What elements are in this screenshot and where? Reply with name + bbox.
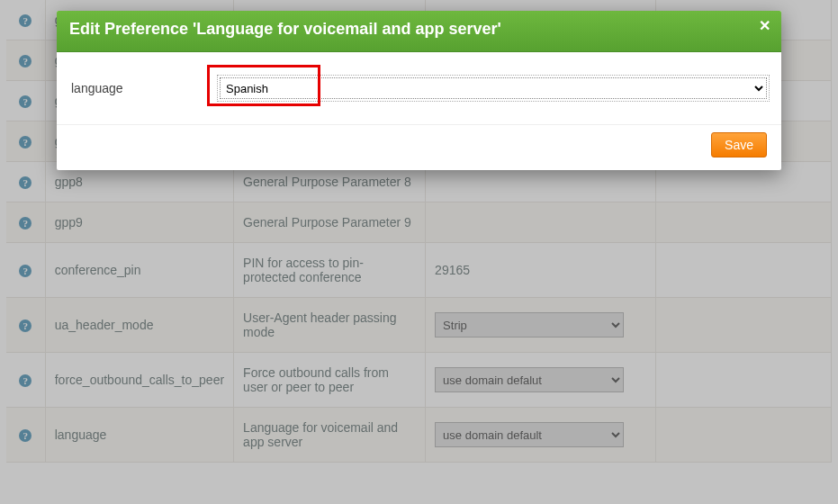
field-label-language: language: [71, 81, 220, 95]
language-select[interactable]: Spanish: [220, 77, 767, 99]
close-icon[interactable]: ✕: [759, 19, 770, 33]
save-button[interactable]: Save: [711, 132, 767, 158]
modal-body: language Spanish: [57, 52, 781, 124]
modal-footer: Save: [57, 124, 781, 170]
edit-preference-modal: Edit Preference 'Language for voicemail …: [57, 11, 781, 170]
modal-header: Edit Preference 'Language for voicemail …: [57, 11, 781, 52]
modal-title: Edit Preference 'Language for voicemail …: [69, 20, 501, 38]
